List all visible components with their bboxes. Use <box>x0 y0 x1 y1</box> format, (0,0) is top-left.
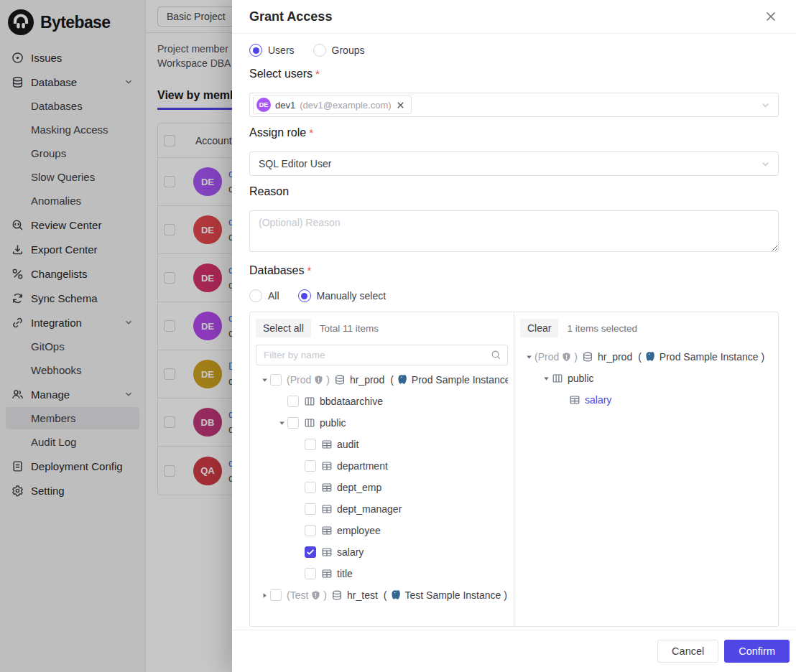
database-icon <box>334 374 346 386</box>
required-asterisk: * <box>309 126 313 139</box>
caret-down-icon[interactable] <box>540 373 552 384</box>
modal-header: Grant Access <box>232 0 796 34</box>
modal-body: Users Groups Select users* DE dev1 (dev1… <box>232 34 796 630</box>
tree-checkbox-public[interactable] <box>287 417 299 429</box>
source-tree: (Prod)hr_prod(Prod Sample Instance)bbdat… <box>256 369 508 606</box>
instance-label: (Prod Sample Instance) <box>390 374 508 386</box>
tree-node-label: salary <box>337 546 364 558</box>
tree-node-employee[interactable]: employee <box>256 520 508 541</box>
radio-manually-select-dot <box>298 289 311 302</box>
tree-node-label: hr_prod <box>598 351 632 363</box>
tree-node-hr-prod[interactable]: (Prod)hr_prod(Prod Sample Instance) <box>256 369 508 391</box>
radio-groups-dot <box>313 44 326 57</box>
user-tag-avatar: DE <box>256 98 271 112</box>
tree-node-dept-manager[interactable]: dept_manager <box>256 498 508 520</box>
tree-node-label: dept_emp <box>337 482 381 493</box>
postgresql-icon <box>397 374 409 386</box>
tree-node-label: title <box>337 568 353 579</box>
reason-label: Reason <box>249 185 779 198</box>
modal-footer: Cancel Confirm <box>232 630 796 672</box>
shield-icon <box>561 352 572 363</box>
radio-manually-select[interactable]: Manually select <box>298 289 387 302</box>
assign-role-select[interactable]: SQL Editor User <box>249 151 779 176</box>
grant-access-modal: Grant Access Users Groups Select users* … <box>232 0 796 672</box>
tree-node-label: department <box>337 460 388 472</box>
tree-checkbox-dept-emp[interactable] <box>305 482 316 493</box>
radio-groups-label: Groups <box>332 45 365 56</box>
user-tag-name: dev1 <box>275 100 295 111</box>
postgresql-icon <box>390 589 402 602</box>
member-type-radio-group: Users Groups <box>249 44 779 57</box>
caret-down-icon[interactable] <box>523 351 534 363</box>
tree-node-label: salary <box>585 394 611 406</box>
confirm-button[interactable]: Confirm <box>724 640 790 663</box>
databases-radio-group: All Manually select <box>249 289 779 302</box>
radio-all[interactable]: All <box>249 289 279 302</box>
table-icon <box>321 525 333 536</box>
tree-node-salary[interactable]: salary <box>520 389 772 411</box>
radio-all-dot <box>249 289 262 302</box>
radio-users[interactable]: Users <box>249 44 295 57</box>
tree-node-label: public <box>568 373 594 384</box>
tree-checkbox-dept-manager[interactable] <box>305 503 316 515</box>
select-users-label: Select users* <box>249 67 779 80</box>
target-tree: (Prod)hr_prod(Prod Sample Instance)publi… <box>520 346 772 411</box>
required-asterisk: * <box>315 67 320 80</box>
tree-node-public[interactable]: public <box>520 368 772 389</box>
tree-checkbox-hr-prod[interactable] <box>270 374 282 386</box>
caret-down-icon[interactable] <box>259 374 270 386</box>
tree-checkbox-audit[interactable] <box>305 439 316 450</box>
radio-groups[interactable]: Groups <box>313 44 365 57</box>
schema-icon <box>304 396 315 407</box>
clear-button[interactable]: Clear <box>520 319 558 337</box>
table-icon <box>569 394 580 406</box>
close-icon[interactable] <box>763 9 779 24</box>
shield-icon <box>313 375 324 386</box>
reason-textarea[interactable] <box>249 210 779 252</box>
tree-node-hr-prod[interactable]: (Prod)hr_prod(Prod Sample Instance) <box>520 346 772 368</box>
tree-node-label: bbdataarchive <box>320 396 383 407</box>
select-all-button[interactable]: Select all <box>256 319 311 337</box>
database-icon <box>331 589 343 601</box>
remove-tag-icon[interactable] <box>396 101 405 110</box>
tree-node-salary[interactable]: salary <box>256 541 508 563</box>
tree-node-hr-test[interactable]: (Test)hr_test(Test Sample Instance) <box>256 584 508 606</box>
target-panel-header: Clear 1 items selected <box>520 319 772 337</box>
postgresql-icon <box>644 351 657 363</box>
tree-node-title[interactable]: title <box>256 563 508 584</box>
tree-checkbox-hr-test[interactable] <box>270 589 282 601</box>
table-icon <box>321 439 333 450</box>
tree-node-bbdataarchive[interactable]: bbdataarchive <box>256 391 508 412</box>
tree-checkbox-department[interactable] <box>305 460 316 472</box>
tree-node-department[interactable]: department <box>256 455 508 477</box>
picker-target-panel: Clear 1 items selected (Prod)hr_prod(Pro… <box>514 312 778 626</box>
total-items-text: Total 11 items <box>320 323 379 334</box>
database-picker: Select all Total 11 items (Prod)hr_prod(… <box>249 312 779 627</box>
instance-label: (Prod Sample Instance) <box>638 351 764 363</box>
table-icon <box>321 568 333 579</box>
selected-count-text: 1 items selected <box>567 323 637 334</box>
assign-role-label: Assign role* <box>249 126 779 139</box>
source-panel-header: Select all Total 11 items <box>256 319 508 337</box>
tree-checkbox-employee[interactable] <box>305 525 316 536</box>
caret-right-icon[interactable] <box>259 589 270 601</box>
environment-label: (Prod) <box>534 351 578 363</box>
tree-checkbox-title[interactable] <box>305 568 316 579</box>
table-icon <box>321 460 333 472</box>
environment-label: (Prod) <box>287 374 330 386</box>
tree-node-dept-emp[interactable]: dept_emp <box>256 477 508 498</box>
tree-node-public[interactable]: public <box>256 412 508 434</box>
tree-node-label: audit <box>337 439 358 450</box>
filter-searchbox[interactable] <box>256 345 508 365</box>
select-users-input[interactable]: DE dev1 (dev1@example.com) <box>249 93 779 117</box>
tree-node-label: dept_manager <box>337 503 402 515</box>
schema-icon <box>304 417 315 429</box>
chevron-down-icon <box>760 100 771 111</box>
databases-label: Databases* <box>249 264 779 277</box>
tree-node-audit[interactable]: audit <box>256 434 508 455</box>
caret-down-icon[interactable] <box>276 417 287 429</box>
filter-input[interactable] <box>264 350 491 360</box>
cancel-button[interactable]: Cancel <box>657 640 718 663</box>
tree-checkbox-salary[interactable] <box>305 546 316 558</box>
tree-checkbox-bbdataarchive[interactable] <box>287 396 299 407</box>
